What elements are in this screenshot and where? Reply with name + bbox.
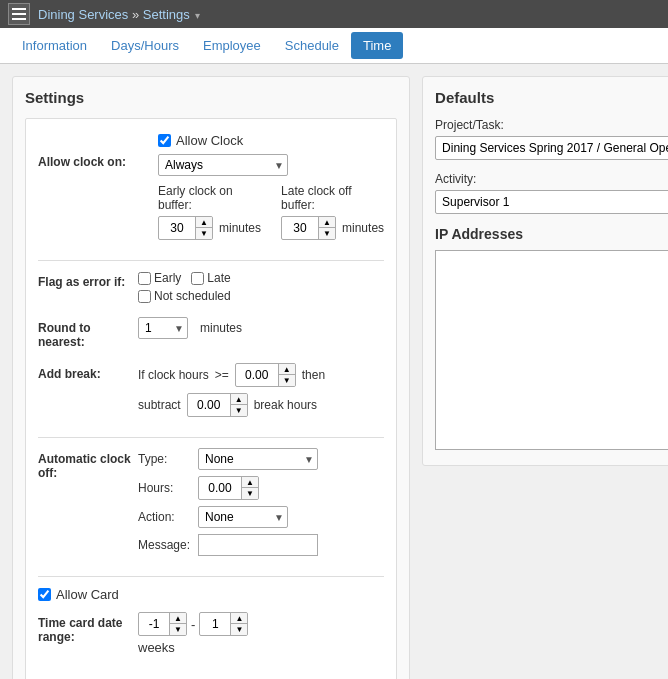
round-row: Round to nearest: 1 ▼ minutes [38, 317, 384, 349]
allow-clock-checkbox-row: Allow Clock [158, 133, 384, 148]
timecard-start-btns: ▲ ▼ [169, 613, 186, 635]
early-buffer-col: Early clock on buffer: 30 ▲ ▼ [158, 184, 261, 246]
defaults-title: Defaults [435, 89, 668, 106]
round-select[interactable]: 1 [138, 317, 188, 339]
flag-label: Flag as error if: [38, 271, 138, 289]
type-label: Type: [138, 452, 198, 466]
timecard-start-spinbox: -1 ▲ ▼ [138, 612, 187, 636]
allow-clock-checkbox-label: Allow Clock [176, 133, 243, 148]
tab-employee[interactable]: Employee [191, 30, 273, 61]
ip-textarea[interactable] [435, 250, 668, 450]
break-hours2-btns: ▲ ▼ [230, 394, 247, 416]
late-minutes-label: minutes [342, 221, 384, 235]
dining-services-link[interactable]: Dining Services [38, 7, 128, 22]
main-content: Settings Allow clock on: Allow Clock [0, 64, 668, 679]
timecard-start-up-btn[interactable]: ▲ [170, 613, 186, 624]
early-flag-input[interactable] [138, 272, 151, 285]
tab-days-hours[interactable]: Days/Hours [99, 30, 191, 61]
tab-schedule[interactable]: Schedule [273, 30, 351, 61]
break-hours1-input[interactable]: 0.00 [236, 365, 278, 385]
activity-select-wrapper: Supervisor 1 ▼ [435, 190, 668, 214]
hours-up-btn[interactable]: ▲ [242, 477, 258, 488]
late-spinbox-row: 30 ▲ ▼ minutes [281, 216, 384, 240]
late-buffer-label: Late clock off buffer: [281, 184, 384, 212]
timecard-input-row: -1 ▲ ▼ - 1 ▲ ▼ [138, 612, 384, 636]
break-hours2-spinbox: 0.00 ▲ ▼ [187, 393, 248, 417]
round-input-row: 1 ▼ minutes [138, 317, 384, 339]
early-down-btn[interactable]: ▼ [196, 228, 212, 239]
allow-clock-checkbox[interactable] [158, 134, 171, 147]
project-task-label: Project/Task: [435, 118, 668, 132]
break-hours2-input[interactable]: 0.00 [188, 395, 230, 415]
settings-box: Allow clock on: Allow Clock Always ▼ [25, 118, 397, 679]
hours-label: Hours: [138, 481, 198, 495]
app-header: Dining Services » Settings ▾ [0, 0, 668, 28]
then-label: then [302, 368, 325, 382]
ip-title: IP Addresses [435, 226, 668, 242]
gte-label: >= [215, 368, 229, 382]
break-hours-label: break hours [254, 398, 317, 412]
early-minutes-input[interactable]: 30 [159, 218, 195, 238]
timecard-start-input[interactable]: -1 [139, 614, 169, 634]
hours-down-btn[interactable]: ▼ [242, 488, 258, 499]
weeks-label: weeks [138, 640, 384, 655]
auto-clock-row: Automatic clock off: Type: None ▼ Hours: [38, 448, 384, 562]
timecard-label: Time card date range: [38, 612, 138, 644]
late-flag-label: Late [207, 271, 230, 285]
activity-select[interactable]: Supervisor 1 [435, 190, 668, 214]
early-buffer-label: Early clock on buffer: [158, 184, 261, 212]
project-select[interactable]: Dining Services Spring 2017 / General Op… [435, 136, 668, 160]
buffer-grid: Early clock on buffer: 30 ▲ ▼ [158, 184, 384, 246]
flag-checkboxes: Early Late [138, 271, 384, 285]
tab-information[interactable]: Information [10, 30, 99, 61]
always-select[interactable]: Always [158, 154, 288, 176]
settings-arrow: ▾ [195, 10, 200, 21]
hours-input[interactable]: 0.00 [199, 478, 241, 498]
late-minutes-input[interactable]: 30 [282, 218, 318, 238]
timecard-end-down-btn[interactable]: ▼ [231, 624, 247, 635]
allow-card-checkbox[interactable] [38, 588, 51, 601]
break-line-2: subtract 0.00 ▲ ▼ break hours [138, 393, 384, 417]
late-down-btn[interactable]: ▼ [319, 228, 335, 239]
auto-hours-row: Hours: 0.00 ▲ ▼ [138, 476, 384, 500]
break-hours1-up-btn[interactable]: ▲ [279, 364, 295, 375]
early-spinbox: 30 ▲ ▼ [158, 216, 213, 240]
break-hours1-down-btn[interactable]: ▼ [279, 375, 295, 386]
round-content: 1 ▼ minutes [138, 317, 384, 339]
flag-content: Early Late Not scheduled [138, 271, 384, 303]
type-select[interactable]: None [198, 448, 318, 470]
auto-message-row: Message: [138, 534, 384, 556]
flag-row: Flag as error if: Early Late [38, 271, 384, 303]
timecard-end-btns: ▲ ▼ [230, 613, 247, 635]
timecard-end-up-btn[interactable]: ▲ [231, 613, 247, 624]
auto-type-row: Type: None ▼ [138, 448, 384, 470]
add-break-row: Add break: If clock hours >= 0.00 ▲ ▼ th… [38, 363, 384, 423]
late-flag-checkbox: Late [191, 271, 230, 285]
allow-card-section: Allow Card [38, 587, 384, 602]
break-hours1-spinbox: 0.00 ▲ ▼ [235, 363, 296, 387]
break-content: If clock hours >= 0.00 ▲ ▼ then subtract [138, 363, 384, 423]
early-flag-checkbox: Early [138, 271, 181, 285]
break-hours2-up-btn[interactable]: ▲ [231, 394, 247, 405]
timecard-end-input[interactable]: 1 [200, 614, 230, 634]
settings-link[interactable]: Settings [143, 7, 190, 22]
action-select[interactable]: None [198, 506, 288, 528]
add-break-label: Add break: [38, 363, 138, 381]
hours-spinbox: 0.00 ▲ ▼ [198, 476, 259, 500]
late-flag-input[interactable] [191, 272, 204, 285]
timecard-start-down-btn[interactable]: ▼ [170, 624, 186, 635]
always-select-wrapper: Always ▼ [158, 154, 288, 176]
allow-clock-on-label: Allow clock on: [38, 133, 138, 169]
early-up-btn[interactable]: ▲ [196, 217, 212, 228]
late-up-btn[interactable]: ▲ [319, 217, 335, 228]
break-hours2-down-btn[interactable]: ▼ [231, 405, 247, 416]
menu-icon[interactable] [8, 3, 30, 25]
tab-time[interactable]: Time [351, 32, 403, 59]
not-scheduled-label: Not scheduled [154, 289, 231, 303]
message-input[interactable] [198, 534, 318, 556]
round-label: Round to nearest: [38, 317, 138, 349]
not-scheduled-input[interactable] [138, 290, 151, 303]
timecard-row: Time card date range: -1 ▲ ▼ - 1 [38, 612, 384, 655]
allow-clock-content: Allow Clock Always ▼ Early clock on bu [158, 133, 384, 246]
header-separator: » [132, 7, 139, 22]
